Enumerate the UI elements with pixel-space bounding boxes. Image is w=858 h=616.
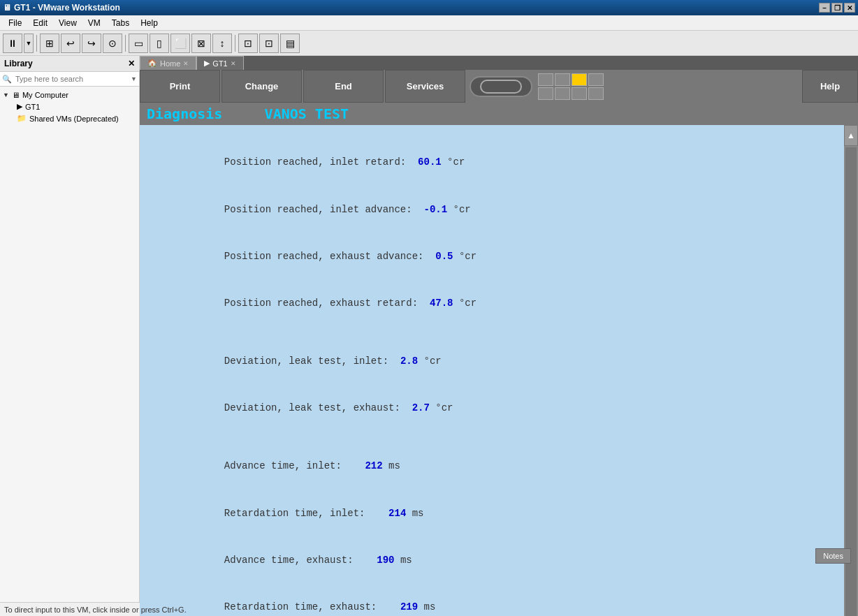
tab-gt1-close[interactable]: ✕: [231, 60, 236, 67]
line10-unit: ms: [424, 601, 436, 613]
toolbar-btn-1[interactable]: ⊞: [40, 34, 59, 53]
line4-label: Position reached, exhaust retard:: [224, 298, 418, 309]
line8-label: Retardation time, inlet:: [224, 508, 365, 519]
home-icon: 🏠: [147, 59, 157, 68]
grid-control[interactable]: [538, 73, 604, 100]
menu-view[interactable]: View: [53, 17, 82, 29]
help-button[interactable]: Help: [802, 70, 858, 103]
line8-val: 214: [365, 508, 412, 519]
toolbar-btn-3[interactable]: ↪: [82, 34, 101, 53]
status-message: To direct input to this VM, click inside…: [4, 606, 187, 614]
tree-item-gt1[interactable]: ▶ GT1: [3, 101, 136, 112]
tab-home-close[interactable]: ✕: [183, 60, 189, 67]
line3-unit: °cr: [459, 251, 477, 262]
library-search-bar[interactable]: 🔍 ▼: [0, 72, 139, 87]
toolbar-btn-4[interactable]: ⊙: [103, 34, 122, 53]
search-icon: 🔍: [2, 75, 12, 84]
menubar: File Edit View VM Tabs Help: [0, 15, 858, 31]
grid-cell-3[interactable]: [572, 73, 587, 86]
menu-vm[interactable]: VM: [82, 17, 106, 29]
pill-button[interactable]: [470, 76, 532, 97]
toolbar-btn-9[interactable]: ↕: [212, 34, 232, 53]
vm-screen[interactable]: Print Change End Services Help: [140, 70, 858, 616]
menu-file[interactable]: File: [3, 17, 27, 29]
toolbar-btn-2[interactable]: ↩: [61, 34, 80, 53]
tree-item-shared-vms[interactable]: 📁 Shared VMs (Deprecated): [3, 112, 136, 124]
end-button[interactable]: End: [303, 70, 384, 103]
line9-unit: ms: [400, 555, 412, 566]
oval-shape: [480, 80, 522, 94]
grid-cell-7[interactable]: [572, 87, 587, 100]
line-9: Advance time, exhaust: 190 ms: [154, 536, 830, 583]
tree-item-my-computer[interactable]: ▼ 🖥 My Computer: [3, 89, 136, 101]
tab-home-label: Home: [160, 59, 180, 68]
minimize-button[interactable]: –: [819, 3, 830, 13]
line1-label: Position reached, inlet retard:: [224, 156, 406, 168]
library-panel: Library ✕ 🔍 ▼ ▼ 🖥 My Computer ▶ GT1 📁 Sh…: [0, 56, 140, 602]
app-toolbar: Print Change End Services Help: [140, 70, 858, 103]
line1-unit: °cr: [447, 156, 465, 168]
scrollbar[interactable]: ▲ ▼: [844, 125, 858, 616]
tab-home[interactable]: 🏠 Home ✕: [140, 56, 196, 70]
menu-tabs[interactable]: Tabs: [106, 17, 135, 29]
titlebar: 🖥 GT1 - VMware Workstation – ❐ ✕: [0, 0, 858, 15]
toolbar-btn-11[interactable]: ⊡: [259, 34, 279, 53]
toolbar-dropdown[interactable]: ▼: [24, 34, 34, 53]
tab-gt1[interactable]: ▶ GT1 ✕: [196, 56, 243, 70]
library-tree: ▼ 🖥 My Computer ▶ GT1 📁 Shared VMs (Depr…: [0, 87, 139, 602]
toolbar-btn-5[interactable]: ▭: [129, 34, 148, 53]
menu-edit[interactable]: Edit: [27, 17, 53, 29]
line9-label: Advance time, exhaust:: [224, 555, 354, 566]
spacer-1: [154, 327, 830, 338]
change-button[interactable]: Change: [221, 70, 302, 103]
close-button[interactable]: ✕: [844, 3, 855, 13]
notes-button[interactable]: Notes: [815, 548, 851, 564]
line-7: Advance time, inlet: 212 ms: [154, 443, 830, 490]
toolbar-btn-8[interactable]: ⊠: [191, 34, 211, 53]
grid-cell-2[interactable]: [555, 73, 570, 86]
toolbar-btn-7[interactable]: ⬜: [170, 34, 190, 53]
line2-unit: °cr: [453, 204, 471, 215]
grid-cell-1[interactable]: [538, 73, 553, 86]
grid-cell-6[interactable]: [555, 87, 570, 100]
toolbar-pause[interactable]: ⏸: [3, 34, 22, 53]
line5-label: Deviation, leak test, inlet:: [224, 355, 388, 367]
vm-area: 🏠 Home ✕ ▶ GT1 ✕ Print Change End Servic…: [140, 56, 858, 602]
services-button[interactable]: Services: [385, 70, 465, 103]
line-3: Position reached, exhaust advance: 0.5 °…: [154, 233, 830, 279]
content-main: Position reached, inlet retard: 60.1 °cr…: [140, 125, 844, 616]
grid-cell-4[interactable]: [588, 73, 604, 86]
line3-val: 0.5: [423, 251, 458, 262]
library-close[interactable]: ✕: [128, 59, 135, 68]
line10-val: 219: [377, 601, 423, 613]
toolbar-btn-12[interactable]: ▤: [280, 34, 300, 53]
library-header: Library ✕: [0, 56, 139, 72]
grid-cell-5[interactable]: [538, 87, 553, 100]
print-button[interactable]: Print: [140, 70, 220, 103]
line3-label: Position reached, exhaust advance:: [224, 251, 424, 262]
line4-val: 47.8: [418, 298, 459, 309]
line-4: Position reached, exhaust retard: 47.8 °…: [154, 280, 830, 327]
restore-button[interactable]: ❐: [831, 3, 843, 13]
menu-help[interactable]: Help: [135, 17, 163, 29]
toolbar-btn-6[interactable]: ▯: [150, 34, 169, 53]
scroll-track[interactable]: [845, 147, 857, 616]
titlebar-title: GT1 - VMware Workstation: [14, 3, 120, 13]
diagnosis-label: Diagnosis: [147, 105, 222, 122]
line6-label: Deviation, leak test, exhaust:: [224, 402, 400, 413]
toolbar-btn-10[interactable]: ⊡: [238, 34, 258, 53]
dropdown-icon[interactable]: ▼: [131, 75, 137, 82]
line4-unit: °cr: [459, 298, 477, 309]
line-8: Retardation time, inlet: 214 ms: [154, 490, 830, 536]
diagnosis-header: Diagnosis VANOS TEST: [140, 103, 858, 125]
titlebar-controls[interactable]: – ❐ ✕: [819, 3, 855, 13]
line-10: Retardation time, exhaust: 219 ms: [154, 584, 830, 616]
search-input[interactable]: [14, 74, 131, 84]
tabs-bar: 🏠 Home ✕ ▶ GT1 ✕: [140, 56, 858, 70]
scroll-up[interactable]: ▲: [844, 125, 858, 146]
line-1: Position reached, inlet retard: 60.1 °cr: [154, 139, 830, 186]
line9-val: 190: [354, 555, 400, 566]
grid-cell-8[interactable]: [588, 87, 604, 100]
toolbar: ⏸ ▼ ⊞ ↩ ↪ ⊙ ▭ ▯ ⬜ ⊠ ↕ ⊡ ⊡ ▤: [0, 31, 858, 56]
line8-unit: ms: [412, 508, 424, 519]
